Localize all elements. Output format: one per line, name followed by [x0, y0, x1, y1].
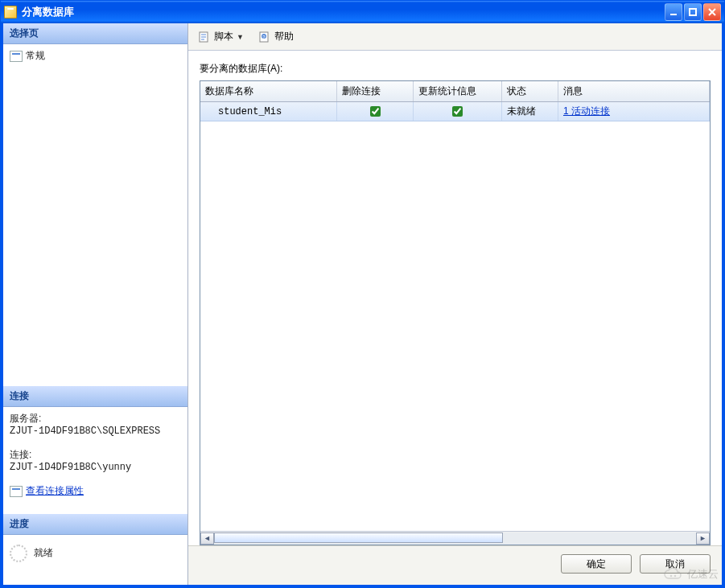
view-connection-link[interactable]: 查看连接属性: [26, 485, 84, 496]
database-grid[interactable]: 数据库名称 删除连接 更新统计信息 状态 消息 student_Mis 未就绪 …: [200, 80, 711, 545]
sidebar-item-general[interactable]: 常规: [3, 44, 187, 68]
svg-rect-0: [670, 14, 677, 15]
progress-header: 进度: [3, 514, 187, 535]
cancel-button[interactable]: 取消: [640, 554, 711, 574]
dropdown-arrow-icon: ▼: [237, 33, 244, 41]
progress-status: 就绪: [34, 547, 53, 558]
cell-db-name: student_Mis: [200, 102, 337, 121]
main-panel: 脚本 ▼ ? 帮助 要分离的数据库(A): 数据库名称 删除连接 更新统计信息 …: [188, 23, 722, 585]
help-label: 帮助: [274, 30, 294, 43]
col-header-update[interactable]: 更新统计信息: [414, 81, 502, 101]
progress-body: 就绪: [3, 535, 187, 585]
col-header-name[interactable]: 数据库名称: [200, 81, 337, 101]
script-icon: [198, 31, 211, 43]
help-icon: ?: [258, 31, 271, 43]
dialog-buttons: 确定 取消: [188, 545, 722, 585]
col-header-message[interactable]: 消息: [558, 81, 710, 101]
grid-header: 数据库名称 删除连接 更新统计信息 状态 消息: [200, 81, 710, 102]
scroll-thumb[interactable]: [214, 532, 503, 543]
col-header-status[interactable]: 状态: [502, 81, 558, 101]
connection-info: 服务器: ZJUT-1D4DF91B8C\SQLEXPRESS 连接: ZJUT…: [3, 407, 187, 503]
progress-spinner-icon: [10, 545, 27, 562]
titlebar[interactable]: 分离数据库: [1, 1, 724, 23]
select-page-header: 选择页: [3, 23, 187, 44]
close-button[interactable]: [703, 3, 721, 21]
dialog-window: 分离数据库 选择页 常规 连接 服务器: ZJUT-1D4DF91B8C\SQL…: [0, 0, 725, 588]
cell-update: [414, 102, 502, 121]
maximize-button[interactable]: [684, 3, 702, 21]
sidebar-item-label: 常规: [26, 50, 45, 61]
active-connections-link[interactable]: 1 活动连接: [563, 105, 610, 118]
scroll-left-button[interactable]: ◄: [200, 532, 214, 545]
page-icon: [10, 51, 23, 62]
app-icon: [4, 6, 17, 19]
help-button[interactable]: ? 帮助: [253, 28, 299, 45]
properties-icon: [10, 486, 23, 497]
update-stats-checkbox[interactable]: [452, 106, 463, 117]
cell-drop: [337, 102, 414, 121]
view-connection-props[interactable]: 查看连接属性: [10, 484, 181, 498]
script-button[interactable]: 脚本 ▼: [193, 28, 249, 45]
script-label: 脚本: [214, 30, 233, 43]
svg-rect-1: [690, 9, 696, 15]
horizontal-scrollbar[interactable]: ◄ ►: [200, 531, 710, 545]
drop-connections-checkbox[interactable]: [370, 106, 381, 117]
scroll-track[interactable]: [214, 532, 696, 545]
ok-button[interactable]: 确定: [561, 554, 632, 574]
table-row[interactable]: student_Mis 未就绪 1 活动连接: [200, 102, 710, 121]
cell-message: 1 活动连接: [558, 102, 710, 121]
server-label: 服务器:: [10, 412, 181, 426]
prompt-label: 要分离的数据库(A):: [200, 62, 711, 76]
window-title: 分离数据库: [22, 5, 665, 19]
cell-status: 未就绪: [502, 102, 558, 121]
col-header-drop[interactable]: 删除连接: [337, 81, 414, 101]
conn-value: ZJUT-1D4DF91B8C\yunny: [10, 462, 181, 473]
toolbar: 脚本 ▼ ? 帮助: [188, 23, 722, 51]
sidebar: 选择页 常规 连接 服务器: ZJUT-1D4DF91B8C\SQLEXPRES…: [3, 23, 188, 585]
scroll-right-button[interactable]: ►: [696, 532, 710, 545]
minimize-button[interactable]: [665, 3, 682, 21]
conn-label: 连接:: [10, 448, 181, 462]
connection-header: 连接: [3, 386, 187, 407]
server-value: ZJUT-1D4DF91B8C\SQLEXPRESS: [10, 426, 181, 437]
